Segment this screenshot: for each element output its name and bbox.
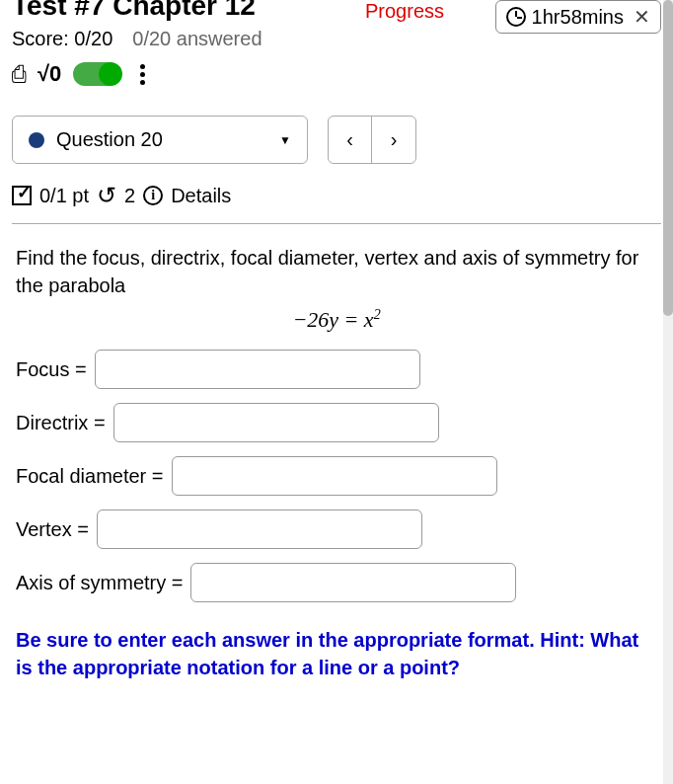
question-prompt: Find the focus, directrix, focal diamete… <box>16 244 657 299</box>
toggle-switch[interactable] <box>73 62 120 86</box>
scrollbar[interactable] <box>663 0 673 784</box>
directrix-label: Directrix = <box>16 409 106 436</box>
equation: −26y = x2 <box>16 305 657 336</box>
question-label: Question 20 <box>56 128 163 151</box>
progress-label[interactable]: Progress <box>365 0 444 23</box>
status-dot-icon <box>29 132 44 148</box>
equation-rhs-exp: 2 <box>374 307 381 322</box>
equation-lhs: −26y <box>292 307 338 332</box>
print-icon[interactable]: ⎙ <box>12 60 26 88</box>
next-question-button[interactable]: › <box>372 117 415 163</box>
answered-count: 0/20 answered <box>132 28 262 50</box>
scrollbar-thumb[interactable] <box>663 0 673 316</box>
more-menu-icon[interactable] <box>140 64 145 85</box>
retry-icon: ↺ <box>97 182 116 209</box>
focal-diameter-label: Focal diameter = <box>16 462 164 490</box>
equation-rhs-base: x <box>364 307 374 332</box>
close-icon[interactable]: ✕ <box>634 5 650 29</box>
equation-eq: = <box>338 307 364 332</box>
points-row: 0/1 pt ↺ 2 i Details <box>12 182 661 224</box>
test-title: Test #7 Chapter 12 <box>12 0 256 22</box>
checkbox-icon <box>12 186 32 205</box>
directrix-input[interactable] <box>113 403 439 442</box>
info-icon[interactable]: i <box>143 186 163 205</box>
axis-label: Axis of symmetry = <box>16 569 183 596</box>
focal-diameter-input[interactable] <box>172 456 497 496</box>
hint-text: Be sure to enter each answer in the appr… <box>16 626 657 681</box>
prev-question-button[interactable]: ‹ <box>329 117 372 163</box>
vertex-label: Vertex = <box>16 515 89 543</box>
retries-value: 2 <box>124 185 135 207</box>
focus-label: Focus = <box>16 355 87 383</box>
timer-box[interactable]: 1hr58mins ✕ <box>495 0 661 34</box>
chevron-down-icon: ▼ <box>279 133 291 147</box>
vertex-input[interactable] <box>97 510 422 549</box>
score-label: Score: 0/20 <box>12 28 112 50</box>
axis-input[interactable] <box>190 563 516 602</box>
clock-icon <box>506 7 526 27</box>
question-dropdown[interactable]: Question 20 ▼ <box>12 116 308 164</box>
nav-arrows: ‹ › <box>328 116 416 164</box>
timer-value: 1hr58mins <box>532 6 624 29</box>
toolbar: ⎙ √0 <box>12 60 661 88</box>
focus-input[interactable] <box>95 350 420 389</box>
points-value: 0/1 pt <box>39 185 89 207</box>
question-body: Find the focus, directrix, focal diamete… <box>12 224 661 701</box>
details-label[interactable]: Details <box>171 185 231 207</box>
sqrt-icon[interactable]: √0 <box>37 61 61 87</box>
